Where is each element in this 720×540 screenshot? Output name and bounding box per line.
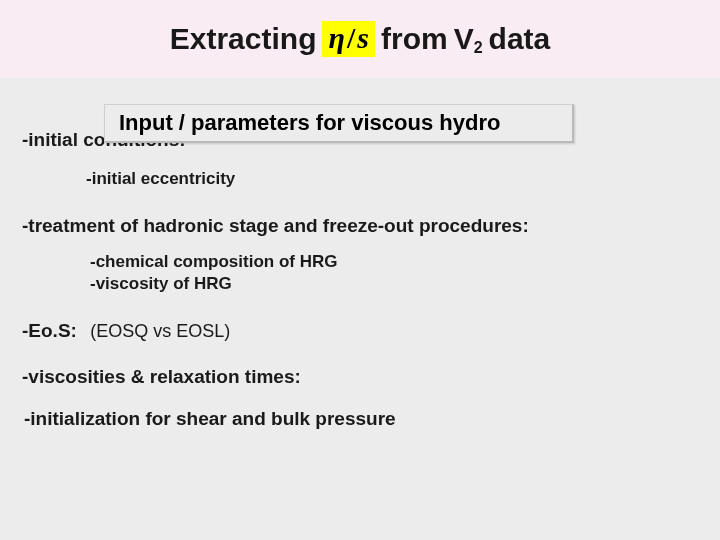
slash: / <box>345 21 357 55</box>
line-visc-hrg: -viscosity of HRG <box>90 273 692 296</box>
title-pre: Extracting <box>170 22 317 56</box>
eos-detail: (EOSQ vs EOSL) <box>90 321 230 341</box>
eos-label: -Eo.S: <box>22 320 77 341</box>
title-post: data <box>489 22 551 56</box>
line-init-shear: -initialization for shear and bulk press… <box>24 408 692 430</box>
eta-over-s: η / s <box>322 21 375 57</box>
line-chem-comp: -chemical composition of HRG <box>90 251 692 274</box>
line-eos: -Eo.S: (EOSQ vs EOSL) <box>22 320 692 342</box>
v-letter: V <box>454 22 474 55</box>
sub-lines: -chemical composition of HRG -viscosity … <box>90 251 692 297</box>
v2: V2 <box>454 22 483 56</box>
title-mid: from <box>381 22 448 56</box>
s-symbol: s <box>357 21 369 55</box>
subtitle-box: Input / parameters for viscous hydro <box>104 104 574 143</box>
line-treatment: -treatment of hadronic stage and freeze-… <box>22 215 692 237</box>
line-viscosities: -viscosities & relaxation times: <box>22 366 692 388</box>
v-sub: 2 <box>474 39 483 56</box>
content-area: Input / parameters for viscous hydro -in… <box>0 78 720 430</box>
title-bar: Extracting η / s from V2 data <box>0 0 720 78</box>
line-initial-eccentricity: -initial eccentricity <box>86 169 692 189</box>
eta-symbol: η <box>328 21 344 55</box>
